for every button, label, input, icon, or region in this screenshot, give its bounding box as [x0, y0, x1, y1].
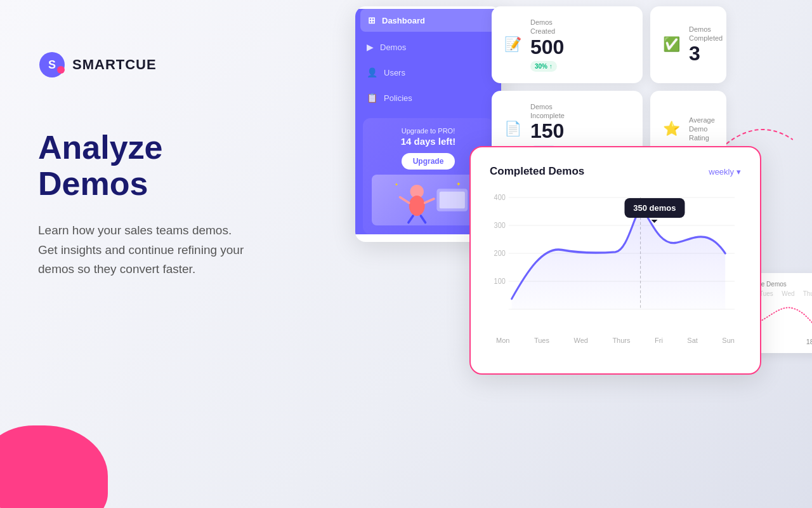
- demos-incomplete-label: DemosIncomplete: [530, 102, 565, 121]
- stats-row-top: 📝 DemosCreated 500 30% ↑ ✅ DemosComplete…: [492, 6, 726, 83]
- svg-line-6: [425, 199, 434, 203]
- demos-created-badge: 30% ↑: [530, 61, 557, 72]
- demos-incomplete-value: 150: [530, 120, 565, 142]
- chart-area: 350 demos 400 300 200 100: [490, 190, 741, 356]
- sidebar-item-users[interactable]: 👤 Users: [355, 60, 501, 85]
- svg-rect-10: [440, 192, 465, 209]
- headline-line1: Analyze: [38, 129, 163, 166]
- chart-x-labels: Mon Tues Wed Thurs Fri Sat Sun: [490, 333, 741, 344]
- chart-title: Completed Demos: [490, 165, 584, 178]
- demos-completed-value: 3: [689, 43, 723, 65]
- demos-created-info: DemosCreated 500 30% ↑: [530, 18, 564, 72]
- demos-completed-icon: ✅: [663, 36, 680, 53]
- brand-name: SMARTCUE: [72, 57, 157, 73]
- stat-card-demos-completed: ✅ DemosCompleted 3: [650, 6, 726, 83]
- svg-text:400: 400: [494, 194, 506, 202]
- sidebar-item-dashboard[interactable]: ⊞ Dashboard: [360, 9, 496, 32]
- partial-chart-x: TuesWedThu: [759, 290, 812, 297]
- nav-demos-label: Demos: [380, 43, 406, 52]
- partial-chart-label: te Demos: [759, 281, 812, 288]
- promo-svg: ✦ ✦: [372, 175, 485, 225]
- svg-text:200: 200: [494, 250, 506, 258]
- promo-illustration: ✦ ✦: [372, 175, 485, 225]
- sidebar-item-demos[interactable]: ▶ Demos: [355, 34, 501, 60]
- avg-rating-icon: ⭐: [663, 121, 680, 137]
- x-label-wed: Wed: [573, 337, 587, 344]
- partial-chart-svg: [759, 297, 812, 335]
- svg-line-7: [409, 216, 413, 223]
- x-label-mon: Mon: [496, 337, 509, 344]
- avg-rating-info: AverageDemo Rating: [689, 116, 715, 143]
- nav-policies-label: Policies: [384, 93, 412, 103]
- demos-created-label: DemosCreated: [530, 18, 564, 36]
- hero-subtext: Learn how your sales teams demos. Get in…: [38, 221, 254, 279]
- chart-filter-label: weekly: [709, 167, 734, 177]
- dashboard-icon: ⊞: [368, 15, 376, 25]
- demos-icon: ▶: [367, 42, 374, 52]
- svg-text:✦: ✦: [395, 182, 398, 187]
- headline-line2: Demos: [38, 165, 148, 202]
- x-label-sun: Sun: [722, 337, 735, 344]
- x-label-sat: Sat: [687, 337, 698, 344]
- users-icon: 👤: [367, 67, 377, 77]
- logo-icon: S: [38, 51, 66, 79]
- demos-created-icon: 📝: [504, 36, 521, 53]
- chart-header: Completed Demos weekly ▾: [490, 165, 741, 178]
- demos-completed-label: DemosCompleted: [689, 25, 723, 43]
- avg-rating-label: AverageDemo Rating: [689, 116, 715, 143]
- chart-filter[interactable]: weekly ▾: [709, 167, 741, 177]
- svg-text:300: 300: [494, 222, 506, 230]
- svg-text:✦: ✦: [457, 181, 462, 187]
- chart-tooltip: 350 demos: [624, 198, 684, 218]
- sidebar-item-policies[interactable]: 📋 Policies: [355, 85, 501, 110]
- headline: Analyze Demos: [38, 130, 279, 202]
- chevron-down-icon: ▾: [737, 167, 741, 177]
- svg-text:S: S: [48, 58, 56, 71]
- svg-line-5: [400, 197, 409, 203]
- svg-text:100: 100: [494, 277, 506, 286]
- demos-completed-info: DemosCompleted 3: [689, 25, 723, 65]
- chart-card: Completed Demos weekly ▾ 350 demos 400 3…: [469, 146, 761, 375]
- upgrade-button[interactable]: Upgrade: [402, 153, 455, 170]
- nav-dashboard-label: Dashboard: [382, 16, 425, 25]
- stat-card-demos-created: 📝 DemosCreated 500 30% ↑: [492, 6, 643, 83]
- upgrade-title: Upgrade to PRO!: [372, 127, 485, 135]
- x-label-thurs: Thurs: [612, 337, 630, 344]
- svg-point-4: [409, 196, 425, 216]
- demos-incomplete-icon: 📄: [504, 121, 521, 137]
- svg-point-2: [57, 66, 65, 74]
- demos-created-value: 500: [530, 36, 564, 58]
- upgrade-days: 14 days left!: [372, 136, 485, 147]
- x-label-tues: Tues: [534, 337, 549, 344]
- x-label-fri: Fri: [655, 337, 663, 344]
- chart-svg: 400 300 200 100: [490, 190, 741, 330]
- logo-area: S SMARTCUE: [38, 51, 279, 79]
- svg-line-8: [421, 216, 425, 223]
- left-section: S SMARTCUE Analyze Demos Learn how your …: [38, 51, 279, 279]
- nav-users-label: Users: [384, 68, 405, 77]
- policies-icon: 📋: [367, 93, 377, 103]
